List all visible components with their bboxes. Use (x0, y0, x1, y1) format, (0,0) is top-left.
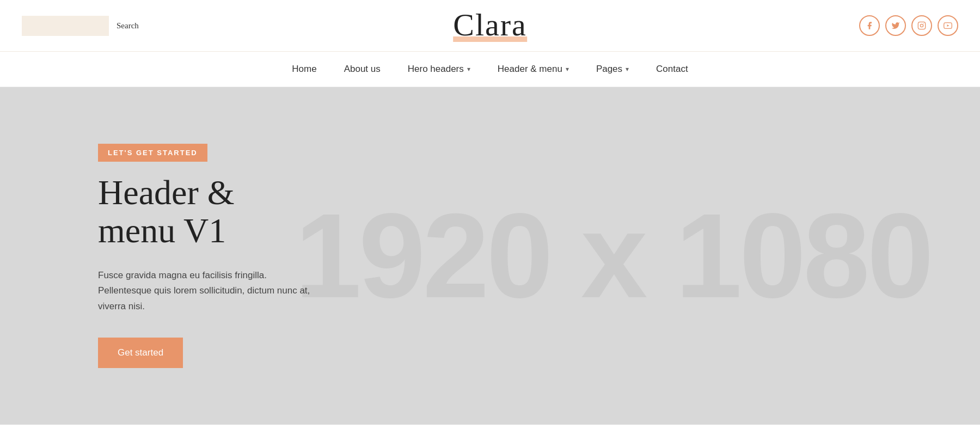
logo-underline (453, 36, 527, 42)
nav-bar: Home About us Hero headers ▾ Header & me… (0, 52, 980, 87)
svg-rect-0 (918, 22, 925, 29)
chevron-down-icon: ▾ (626, 65, 629, 73)
search-area: Search (22, 16, 146, 36)
chevron-down-icon: ▾ (467, 65, 470, 73)
svg-marker-3 (947, 24, 950, 27)
facebook-icon[interactable] (859, 15, 880, 36)
chevron-down-icon: ▾ (566, 65, 569, 73)
hero-section: 1920 x 1080 LET'S GET STARTED Header & m… (0, 87, 980, 425)
top-bar: Search Clara (0, 0, 980, 52)
nav-about[interactable]: About us (344, 64, 381, 75)
search-input[interactable] (22, 16, 109, 36)
social-icons (859, 15, 958, 36)
nav-pages[interactable]: Pages ▾ (596, 64, 629, 75)
search-button[interactable]: Search (109, 16, 146, 36)
nav-contact[interactable]: Contact (656, 64, 688, 75)
youtube-icon[interactable] (938, 15, 958, 36)
svg-point-1 (920, 24, 923, 27)
hero-badge: LET'S GET STARTED (98, 144, 207, 162)
nav-home[interactable]: Home (292, 64, 316, 75)
hero-cta-button[interactable]: Get started (98, 338, 183, 368)
nav-header-menu[interactable]: Header & menu ▾ (498, 64, 569, 75)
logo-area: Clara (453, 9, 527, 42)
nav-hero-headers[interactable]: Hero headers ▾ (408, 64, 470, 75)
instagram-icon[interactable] (911, 15, 932, 36)
svg-point-2 (923, 23, 924, 24)
twitter-icon[interactable] (885, 15, 906, 36)
hero-content: LET'S GET STARTED Header & menu V1 Fusce… (0, 111, 408, 401)
hero-description: Fusce gravida magna eu facilisis fringil… (98, 268, 310, 315)
hero-title: Header & menu V1 (98, 174, 310, 250)
